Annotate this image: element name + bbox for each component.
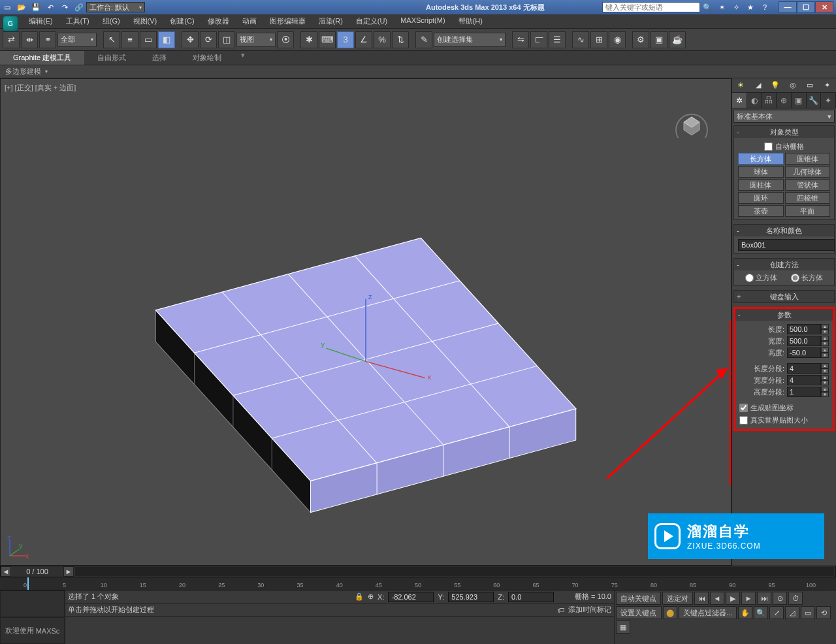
ribbon-expand-icon[interactable]: ▾ (237, 51, 249, 65)
hsegs-up[interactable]: ▲ (821, 387, 829, 392)
named-sel-edit-icon[interactable]: ✎ (415, 31, 432, 48)
render-setup-icon[interactable]: ⚙ (632, 31, 649, 48)
util-icon[interactable]: ✦ (821, 80, 834, 91)
primitive-button[interactable]: 几何球体 (785, 166, 831, 178)
pivot-icon[interactable]: ⦿ (277, 31, 294, 48)
mirror-icon[interactable]: ⇋ (512, 31, 529, 48)
open-icon[interactable]: 📂 (16, 1, 27, 13)
play-icon[interactable]: ▶ (726, 592, 740, 605)
display-icon[interactable]: ▭ (803, 80, 816, 91)
new-icon[interactable]: ▭ (1, 1, 13, 13)
keyfilter-button[interactable]: 关键点过滤器... (679, 606, 737, 619)
key-mode-icon[interactable]: ⊙ (773, 592, 787, 605)
hsegs-down[interactable]: ▼ (821, 392, 829, 397)
current-frame-marker[interactable] (27, 577, 29, 590)
setkey-button[interactable]: 设置关键点 (616, 606, 662, 619)
percent-snap-icon[interactable]: % (374, 31, 391, 48)
viewport[interactable]: [+] [正交] [真实 + 边面] (0, 78, 732, 566)
primitive-button[interactable]: 圆柱体 (738, 179, 784, 191)
bind-tool-icon[interactable]: ⚭ (39, 31, 56, 48)
height-input[interactable] (787, 347, 821, 358)
keyboard-icon[interactable]: ⌨ (319, 31, 336, 48)
tool3-icon[interactable]: ★ (745, 1, 756, 13)
ribbon-tab[interactable]: 对象绘制 (180, 51, 234, 65)
lock-icon[interactable]: 🔒 (355, 592, 364, 601)
time-ruler[interactable]: 0510152025303540455055606570758085909510… (0, 577, 836, 590)
modify-tab[interactable]: ◐ (747, 93, 762, 108)
object-name-input[interactable] (738, 239, 835, 251)
move-icon[interactable]: ✥ (182, 31, 199, 48)
primitive-button[interactable]: 圆锥体 (785, 153, 831, 165)
menu-item[interactable]: 动画 (236, 16, 263, 26)
menu-item[interactable]: 组(G) (96, 16, 127, 26)
time-next-icon[interactable]: ► (63, 566, 74, 577)
height-down[interactable]: ▼ (821, 353, 829, 358)
named-sel-dropdown[interactable]: 创建选择集▾ (434, 33, 506, 47)
key-icon[interactable]: ⬤ (663, 606, 677, 619)
selection-filter-dropdown[interactable]: 全部▾ (57, 33, 97, 47)
lsegs-up[interactable]: ▲ (821, 363, 829, 368)
display-tab[interactable]: ▣ (792, 93, 807, 108)
undo-icon[interactable]: ↶ (44, 1, 56, 13)
zoom-ext-icon[interactable]: ⤢ (769, 606, 784, 619)
menu-item[interactable]: 编辑(E) (22, 16, 59, 26)
help-icon[interactable]: ? (759, 1, 771, 13)
width-down[interactable]: ▼ (821, 341, 829, 346)
close-button[interactable]: ✕ (815, 1, 833, 13)
help-search-input[interactable] (602, 2, 700, 12)
wsegs-input[interactable] (787, 375, 821, 385)
time-slider[interactable]: ◄ 0 / 100 ► (0, 566, 836, 577)
unlink-tool-icon[interactable]: ⇹ (21, 31, 38, 48)
rect-select-icon[interactable]: ▭ (140, 31, 157, 48)
add-time-tag[interactable]: 添加时间标记 (568, 605, 611, 615)
y-coord[interactable]: 525.923 (448, 592, 494, 602)
primitive-button[interactable]: 平面 (785, 205, 831, 217)
viewcube[interactable] (672, 99, 711, 138)
length-up[interactable]: ▲ (821, 324, 829, 329)
time-config-icon[interactable]: ⏱ (788, 592, 803, 605)
next-frame-icon[interactable]: ► (741, 592, 756, 605)
menu-item[interactable]: 视图(V) (127, 16, 164, 26)
utilities-tab[interactable]: 🔧 (807, 93, 822, 108)
render-frame-icon[interactable]: ▣ (651, 31, 667, 48)
wsegs-up[interactable]: ▲ (821, 375, 829, 380)
lsegs-input[interactable] (787, 363, 821, 374)
ref-coord-dropdown[interactable]: 视图▾ (236, 33, 276, 47)
snap-toggle-icon[interactable]: 3 (337, 31, 354, 48)
goto-end-icon[interactable]: ⏭ (757, 592, 771, 605)
minimize-button[interactable]: — (779, 1, 797, 13)
ribbon-tab[interactable]: 选择 (139, 51, 180, 65)
select-name-icon[interactable]: ≡ (121, 31, 138, 48)
more-tab[interactable]: ✦ (821, 93, 836, 108)
camera-icon[interactable]: ◎ (786, 80, 799, 91)
category-dropdown[interactable]: 标准基本体▾ (733, 110, 835, 123)
hierarchy-tab[interactable]: 品 (762, 93, 777, 108)
select-icon[interactable]: ↖ (103, 31, 120, 48)
save-icon[interactable]: 💾 (30, 1, 42, 13)
menu-item[interactable]: 渲染(R) (312, 16, 349, 26)
lsegs-down[interactable]: ▼ (821, 368, 829, 374)
link-icon[interactable]: 🔗 (73, 1, 85, 13)
angle-snap-icon[interactable]: ∠ (355, 31, 372, 48)
workspace-dropdown[interactable]: 工作台: 默认▾ (86, 2, 145, 12)
x-coord[interactable]: -82.062 (388, 592, 434, 602)
redo-icon[interactable]: ↷ (59, 1, 71, 13)
menu-item[interactable]: 帮助(H) (452, 16, 489, 26)
autogrid-checkbox[interactable] (764, 142, 773, 151)
realworld-checkbox[interactable] (739, 416, 748, 425)
spinner-snap-icon[interactable]: ⇅ (392, 31, 409, 48)
shade-mode-icon[interactable]: ☀ (734, 80, 747, 91)
length-input[interactable] (787, 324, 821, 334)
z-coord[interactable]: 0.0 (508, 592, 554, 602)
ribbon-strip[interactable]: 多边形建模▾ (0, 65, 836, 78)
pan-icon[interactable]: ✋ (738, 606, 752, 619)
height-up[interactable]: ▲ (821, 347, 829, 353)
primitive-button[interactable]: 茶壶 (738, 205, 784, 217)
layers-icon[interactable]: ☰ (549, 31, 566, 48)
menu-item[interactable]: 创建(C) (163, 16, 201, 26)
curve-editor-icon[interactable]: ∿ (572, 31, 589, 48)
ribbon-tab[interactable]: 自由形式 (84, 51, 139, 65)
material-icon[interactable]: ◉ (609, 31, 626, 48)
scale-icon[interactable]: ◫ (218, 31, 235, 48)
search-icon[interactable]: 🔍 (701, 1, 713, 13)
